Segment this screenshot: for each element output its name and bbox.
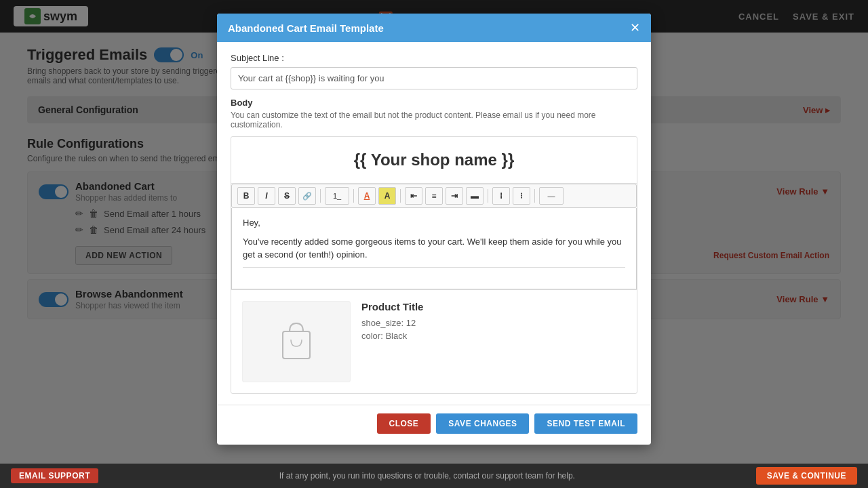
subject-label: Subject Line : xyxy=(231,53,637,63)
align-left-button[interactable]: ⇤ xyxy=(405,187,422,205)
close-button[interactable]: CLOSE xyxy=(377,413,431,434)
editor-toolbar: B I S 🔗 1_ A A ⇤ ≡ ⇥ ▬ ⁞ ⁝ xyxy=(231,184,637,208)
bottom-bar: EMAIL SUPPORT If at any point, you run i… xyxy=(0,464,868,488)
product-attr-2: color: Black xyxy=(361,331,626,341)
justify-button[interactable]: ▬ xyxy=(466,187,484,205)
send-test-email-button[interactable]: SEND TEST EMAIL xyxy=(534,413,637,434)
product-image xyxy=(242,301,351,382)
hr-button[interactable]: — xyxy=(539,187,564,205)
editor-greeting: Hey, xyxy=(243,216,625,230)
link-button[interactable]: 🔗 xyxy=(298,187,316,205)
save-changes-button[interactable]: SAVE CHANGES xyxy=(436,413,529,434)
toolbar-sep-4 xyxy=(488,189,488,203)
bullet-list-button[interactable]: ⁞ xyxy=(492,187,510,205)
align-right-button[interactable]: ⇥ xyxy=(446,187,463,205)
align-center-button[interactable]: ≡ xyxy=(425,187,443,205)
product-title: Product Title xyxy=(361,301,626,312)
body-label: Body xyxy=(231,98,637,108)
font-highlight-button[interactable]: A xyxy=(378,187,396,205)
toolbar-sep-2 xyxy=(353,189,354,203)
font-size-button[interactable]: 1_ xyxy=(325,187,349,205)
ordered-list-button[interactable]: ⁝ xyxy=(513,187,530,205)
product-attr-1: shoe_size: 12 xyxy=(361,318,626,328)
modal-footer: CLOSE SAVE CHANGES SEND TEST EMAIL xyxy=(217,405,651,445)
shop-name-header: {{ Your shop name }} xyxy=(231,137,637,184)
font-color-button[interactable]: A xyxy=(358,187,376,205)
email-support-button[interactable]: EMAIL SUPPORT xyxy=(11,468,98,483)
product-info: Product Title shoe_size: 12 color: Black xyxy=(361,301,626,382)
toolbar-sep-5 xyxy=(534,189,535,203)
product-preview: Product Title shoe_size: 12 color: Black xyxy=(231,289,637,393)
save-continue-button[interactable]: SAVE & CONTINUE xyxy=(756,467,857,485)
svg-rect-1 xyxy=(283,331,310,359)
toolbar-sep-3 xyxy=(400,189,401,203)
modal-header: Abandoned Cart Email Template ✕ xyxy=(217,14,651,42)
modal-body: Subject Line : Body You can customize th… xyxy=(217,42,651,405)
editor-body: You've recently added some gorgeous item… xyxy=(243,235,625,262)
modal-title: Abandoned Cart Email Template xyxy=(228,22,384,34)
email-template-modal: Abandoned Cart Email Template ✕ Subject … xyxy=(217,14,651,445)
body-hint: You can customize the text of the email … xyxy=(231,110,637,129)
email-preview: {{ Your shop name }} B I S 🔗 1_ A A ⇤ ≡ … xyxy=(231,136,637,394)
modal-close-icon[interactable]: ✕ xyxy=(630,22,640,34)
bottom-hint-text: If at any point, you run into questions … xyxy=(279,471,575,481)
strikethrough-button[interactable]: S xyxy=(278,187,296,205)
toolbar-sep-1 xyxy=(320,189,321,203)
bold-button[interactable]: B xyxy=(237,187,255,205)
subject-input[interactable] xyxy=(231,67,637,89)
italic-button[interactable]: I xyxy=(258,187,275,205)
editor-content[interactable]: Hey, You've recently added some gorgeous… xyxy=(231,208,637,289)
editor-divider xyxy=(243,267,625,268)
